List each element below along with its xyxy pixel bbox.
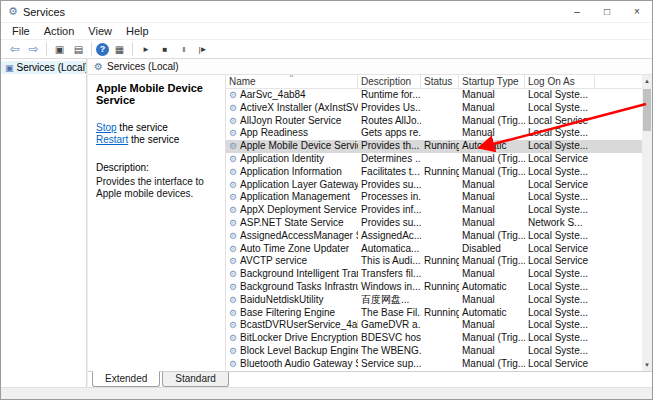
cell-description: The Base Fil... bbox=[358, 307, 421, 320]
table-row[interactable]: ⚙AssignedAccessManager Se...AssignedAc..… bbox=[226, 230, 642, 243]
cell-description: Routes AllJo... bbox=[358, 115, 421, 128]
cell-startup: Manual bbox=[459, 102, 525, 115]
table-row[interactable]: ⚙Background Tasks Infrastruc...Windows i… bbox=[226, 281, 642, 294]
table-row[interactable]: ⚙BcastDVRUserService_4ab84GameDVR a...Ma… bbox=[226, 319, 642, 332]
properties-icon[interactable]: ▦ bbox=[111, 41, 128, 57]
menu-view[interactable]: View bbox=[81, 24, 119, 38]
cell-status bbox=[421, 332, 459, 345]
table-row[interactable]: ⚙Application InformationFacilitates t...… bbox=[226, 166, 642, 179]
cell-name: ⚙AarSvc_4ab84 bbox=[226, 89, 358, 102]
service-name-text: ASP.NET State Service bbox=[240, 217, 344, 228]
cell-status bbox=[421, 102, 459, 115]
cell-logon: Local Service bbox=[525, 115, 595, 128]
vertical-scrollbar[interactable]: ▲ ▼ bbox=[642, 75, 652, 371]
stop-service-icon[interactable]: ■ bbox=[156, 41, 173, 57]
column-header-startup[interactable]: Startup Type bbox=[459, 75, 525, 88]
table-row[interactable]: ⚙BaiduNetdiskUtility百度网盘...ManualLocal S… bbox=[226, 294, 642, 307]
cell-startup: Manual bbox=[459, 89, 525, 102]
service-gear-icon: ⚙ bbox=[229, 218, 237, 228]
scrollbar-thumb[interactable] bbox=[643, 89, 651, 131]
table-row[interactable]: ⚙AVCTP serviceThis is Audi...RunningManu… bbox=[226, 255, 642, 268]
table-row[interactable]: ⚙Background Intelligent Tran...Transfers… bbox=[226, 268, 642, 281]
back-icon[interactable]: ⇦ bbox=[6, 41, 23, 57]
table-row[interactable]: ⚙AllJoyn Router ServiceRoutes AllJo...Ma… bbox=[226, 115, 642, 128]
service-name-text: AssignedAccessManager Se... bbox=[240, 230, 358, 241]
close-button[interactable]: × bbox=[622, 1, 652, 22]
column-header-logon[interactable]: Log On As bbox=[525, 75, 595, 88]
scroll-down-icon[interactable]: ▼ bbox=[642, 359, 652, 371]
tree-node-icon: ▣ bbox=[5, 63, 14, 73]
table-row[interactable]: ⚙App ReadinessGets apps re...ManualLocal… bbox=[226, 127, 642, 140]
minimize-button[interactable]: – bbox=[562, 1, 592, 22]
stop-service-link[interactable]: Stop bbox=[96, 122, 117, 133]
status-bar bbox=[1, 387, 652, 400]
service-name-text: AllJoyn Router Service bbox=[240, 115, 341, 126]
cell-name: ⚙AppX Deployment Service (... bbox=[226, 204, 358, 217]
table-row[interactable]: ⚙BitLocker Drive Encryption ...BDESVC ho… bbox=[226, 332, 642, 345]
service-name-text: AarSvc_4ab84 bbox=[240, 89, 306, 100]
cell-description: Provides su... bbox=[358, 217, 421, 230]
window-title: Services bbox=[23, 6, 562, 18]
toolbar: ⇦⇨▣▤?▦►■‖|► bbox=[1, 40, 652, 59]
column-header-description[interactable]: Description bbox=[358, 75, 421, 88]
cell-status bbox=[421, 243, 459, 256]
service-gear-icon: ⚙ bbox=[229, 244, 237, 254]
pause-service-icon[interactable]: ‖ bbox=[175, 41, 192, 57]
cell-name: ⚙Application Layer Gateway ... bbox=[226, 179, 358, 192]
tab-standard[interactable]: Standard bbox=[162, 372, 229, 387]
cell-description: Gets apps re... bbox=[358, 127, 421, 140]
service-name-text: Application Information bbox=[240, 166, 342, 177]
maximize-button[interactable]: □ bbox=[592, 1, 622, 22]
cell-logon: Local Syste... bbox=[525, 268, 595, 281]
description-label: Description: bbox=[96, 162, 217, 173]
help-icon[interactable]: ? bbox=[96, 43, 109, 56]
cell-logon: Local Syste... bbox=[525, 191, 595, 204]
tree-item-services-local[interactable]: ▣ Services (Local) bbox=[1, 61, 86, 74]
table-row[interactable]: ⚙Application ManagementProcesses in...Ma… bbox=[226, 191, 642, 204]
column-header-name[interactable]: Name^ bbox=[226, 75, 358, 88]
restart-service-icon[interactable]: |► bbox=[194, 41, 211, 57]
cell-status bbox=[421, 319, 459, 332]
service-gear-icon: ⚙ bbox=[229, 116, 237, 126]
cell-status bbox=[421, 89, 459, 102]
table-row[interactable]: ⚙AarSvc_4ab84Runtime for...ManualLocal S… bbox=[226, 89, 642, 102]
cell-startup: Manual (Trig... bbox=[459, 358, 525, 371]
table-row[interactable]: ⚙Auto Time Zone UpdaterAutomatica...Disa… bbox=[226, 243, 642, 256]
cell-description: Runtime for... bbox=[358, 89, 421, 102]
cell-startup: Manual bbox=[459, 191, 525, 204]
restart-service-link[interactable]: Restart bbox=[96, 134, 128, 145]
cell-description: Provides inf... bbox=[358, 204, 421, 217]
cell-startup: Manual bbox=[459, 204, 525, 217]
start-service-icon[interactable]: ► bbox=[137, 41, 154, 57]
table-row[interactable]: ⚙Bluetooth Audio Gateway S...Service sup… bbox=[226, 358, 642, 371]
menu-file[interactable]: File bbox=[5, 24, 37, 38]
cell-name: ⚙AllJoyn Router Service bbox=[226, 115, 358, 128]
scroll-up-icon[interactable]: ▲ bbox=[642, 75, 652, 87]
menu-help[interactable]: Help bbox=[119, 24, 156, 38]
table-row[interactable]: ⚙AppX Deployment Service (...Provides in… bbox=[226, 204, 642, 217]
content-area: ⚙ Services (Local) Apple Mobile Device S… bbox=[87, 59, 652, 387]
table-row[interactable]: ⚙Apple Mobile Device ServiceProvides th.… bbox=[226, 140, 642, 153]
table-row[interactable]: ⚙ASP.NET State ServiceProvides su...Manu… bbox=[226, 217, 642, 230]
menu-bar: FileActionViewHelp bbox=[1, 23, 652, 40]
cell-status: Running bbox=[421, 255, 459, 268]
tab-extended[interactable]: Extended bbox=[92, 371, 160, 387]
menu-action[interactable]: Action bbox=[37, 24, 82, 38]
table-row[interactable]: ⚙Application IdentityDetermines ...Manua… bbox=[226, 153, 642, 166]
cell-startup: Manual bbox=[459, 268, 525, 281]
column-header-status[interactable]: Status bbox=[421, 75, 459, 88]
service-name-text: BitLocker Drive Encryption ... bbox=[240, 332, 358, 343]
table-row[interactable]: ⚙ActiveX Installer (AxInstSV)Provides Us… bbox=[226, 102, 642, 115]
forward-icon[interactable]: ⇨ bbox=[25, 41, 42, 57]
show-console-tree-icon[interactable]: ▣ bbox=[51, 41, 68, 57]
cell-name: ⚙Auto Time Zone Updater bbox=[226, 243, 358, 256]
sort-ascending-icon: ^ bbox=[290, 75, 294, 81]
table-row[interactable]: ⚙Application Layer Gateway ...Provides s… bbox=[226, 179, 642, 192]
cell-status bbox=[421, 268, 459, 281]
table-row[interactable]: ⚙Base Filtering EngineThe Base Fil...Run… bbox=[226, 307, 642, 320]
table-row[interactable]: ⚙Block Level Backup Engine ...The WBENG.… bbox=[226, 345, 642, 358]
service-name-text: Background Intelligent Tran... bbox=[240, 268, 358, 279]
cell-name: ⚙ActiveX Installer (AxInstSV) bbox=[226, 102, 358, 115]
export-list-icon[interactable]: ▤ bbox=[70, 41, 87, 57]
cell-logon: Local Syste... bbox=[525, 140, 595, 153]
